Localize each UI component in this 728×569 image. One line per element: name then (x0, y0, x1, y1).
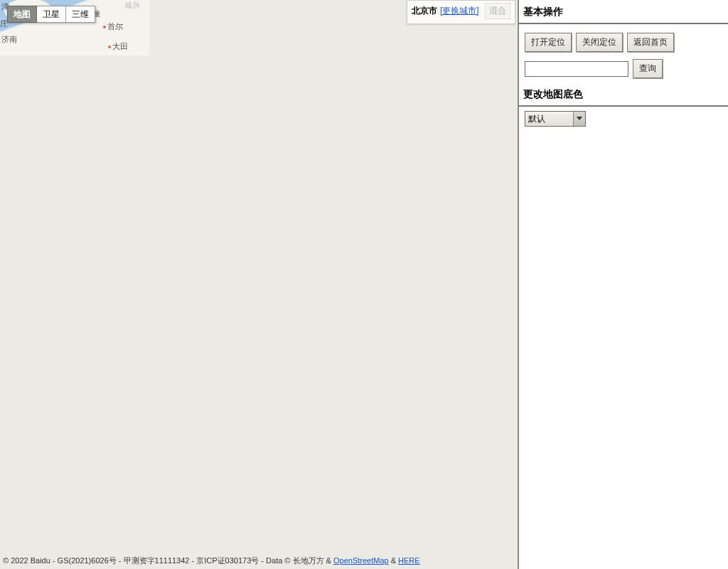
section-title-bgcolor: 更改地图底色 (519, 85, 728, 107)
open-locate-button[interactable]: 打开定位 (525, 33, 572, 52)
map-type-switch: 地图 卫星 三维 (7, 6, 95, 23)
map-type-satellite[interactable]: 卫星 (37, 6, 66, 23)
bgcolor-select-value: 默认 (528, 113, 545, 125)
search-row: 查询 (519, 56, 728, 85)
map-area[interactable]: 津 首尔 平壤 济南 大田 庄 咸兴 地图 卫星 三维 北京市 [更换城市] 混… (0, 0, 515, 569)
map-city-label: 首尔 (103, 21, 123, 32)
button-row: 打开定位 关闭定位 返回首页 (519, 24, 728, 56)
bgcolor-select[interactable]: 默认 (525, 111, 586, 127)
attribution-text: © 2022 Baidu - GS(2021)6026号 - 甲测资字11111… (3, 556, 333, 565)
map-type-map[interactable]: 地图 (7, 6, 37, 23)
hybrid-toggle[interactable]: 混合 (485, 3, 510, 19)
map-city-label: 济南 (1, 34, 17, 45)
map-type-3d[interactable]: 三维 (66, 6, 95, 23)
map-city-label: 大田 (108, 41, 128, 52)
map-city-label: 咸兴 (124, 0, 140, 11)
attribution-amp: & (389, 556, 398, 565)
search-input[interactable] (525, 61, 628, 77)
map-attribution: © 2022 Baidu - GS(2021)6026号 - 甲测资字11111… (3, 555, 420, 566)
osm-link[interactable]: OpenStreetMap (333, 556, 389, 565)
home-button[interactable]: 返回首页 (627, 33, 674, 52)
change-city-link[interactable]: [更换城市] (440, 5, 479, 17)
sidebar: 基本操作 打开定位 关闭定位 返回首页 查询 更改地图底色 默认 (518, 0, 728, 569)
here-link[interactable]: HERE (398, 556, 420, 565)
city-panel: 北京市 [更换城市] 混合 (407, 0, 515, 24)
section-title-basic: 基本操作 (519, 0, 728, 24)
bgcolor-select-wrap: 默认 (519, 107, 728, 131)
search-button[interactable]: 查询 (633, 59, 663, 78)
close-locate-button[interactable]: 关闭定位 (576, 33, 623, 52)
current-city-label: 北京市 (412, 5, 437, 17)
chevron-down-icon (577, 117, 582, 120)
